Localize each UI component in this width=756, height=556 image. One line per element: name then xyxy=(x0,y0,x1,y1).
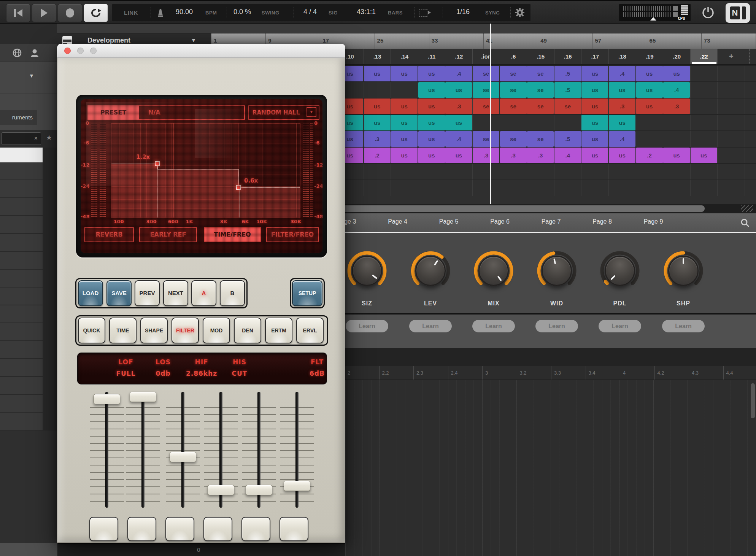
restart-button[interactable] xyxy=(6,4,30,22)
pattern-clip[interactable]: us xyxy=(636,82,663,98)
search-input[interactable]: × xyxy=(2,132,41,145)
pattern-clip[interactable]: se xyxy=(473,82,499,98)
fader-track[interactable] xyxy=(105,392,108,508)
fader-handle[interactable] xyxy=(94,394,120,404)
pattern-clip[interactable]: us xyxy=(609,148,635,163)
button-ertm[interactable]: ERTM xyxy=(265,318,292,343)
learn-button[interactable]: Learn xyxy=(662,320,705,332)
scene-cell-.16[interactable]: .16 xyxy=(554,49,581,64)
pattern-clip[interactable]: us xyxy=(391,98,418,114)
list-item[interactable] xyxy=(0,395,43,413)
fader-track[interactable] xyxy=(181,392,184,508)
time-freq-plot[interactable]: 1.2x0.6x xyxy=(111,123,300,218)
button-setup[interactable]: SETUP xyxy=(292,280,322,306)
pattern-clip[interactable]: .3 xyxy=(364,131,391,147)
page-tab-6[interactable]: Page 6 xyxy=(490,218,510,225)
pattern-clip[interactable]: se xyxy=(554,98,581,114)
pattern-clip[interactable]: us xyxy=(581,131,608,147)
pattern-clip[interactable]: us xyxy=(418,115,445,130)
pattern-clip[interactable]: us xyxy=(391,66,418,81)
pad-button-3[interactable] xyxy=(165,517,194,541)
metronome-icon[interactable] xyxy=(155,8,166,18)
scene-cell-.19[interactable]: .19 xyxy=(636,49,663,64)
pattern-clip[interactable]: us xyxy=(364,115,391,130)
fader-handle[interactable] xyxy=(246,485,272,495)
display-tab-reverb[interactable]: REVERB xyxy=(84,227,134,242)
list-item[interactable] xyxy=(0,198,43,216)
pad-button-4[interactable] xyxy=(203,517,232,541)
fader-handle[interactable] xyxy=(208,485,234,495)
display-tab-early-ref[interactable]: EARLY REF xyxy=(139,227,197,242)
fader-handle[interactable] xyxy=(284,481,310,491)
pattern-clip[interactable]: se xyxy=(500,82,527,98)
list-item[interactable] xyxy=(0,377,43,395)
pattern-clip[interactable]: us xyxy=(418,82,445,98)
knob-pdl[interactable] xyxy=(599,250,641,292)
window-titlebar[interactable] xyxy=(57,44,345,58)
button-next[interactable]: NEXT xyxy=(163,280,188,306)
knob-shp[interactable] xyxy=(662,250,704,292)
knob-wid[interactable] xyxy=(536,250,578,292)
page-tab-4[interactable]: Page 4 xyxy=(388,218,407,225)
scene-cell-.17[interactable]: .17 xyxy=(581,49,608,64)
pattern-clip[interactable]: se xyxy=(527,82,554,98)
pattern-clip[interactable]: .2 xyxy=(636,148,663,163)
browser-selected-item[interactable] xyxy=(0,148,43,162)
pattern-clip[interactable]: us xyxy=(418,98,445,114)
playhead[interactable] xyxy=(490,24,491,204)
algorithm-selector[interactable]: RANDOM HALL ▼ xyxy=(248,105,319,120)
button-b[interactable]: B xyxy=(220,280,245,306)
swing-value[interactable]: 0.0 % xyxy=(233,8,251,16)
plugin-window[interactable]: PRESET N/A RANDOM HALL ▼ 1.2x0.6x xyxy=(57,44,345,543)
button-save[interactable]: SAVE xyxy=(106,280,132,306)
ruler-bar-33[interactable]: 33 xyxy=(429,33,483,49)
pattern-clip[interactable]: us xyxy=(418,66,445,81)
pattern-clip[interactable]: us xyxy=(418,131,445,147)
close-window-icon[interactable] xyxy=(64,48,71,54)
section-name[interactable]: Development xyxy=(87,37,130,44)
pattern-clip[interactable]: us xyxy=(581,82,608,98)
ruler-bar-49[interactable]: 49 xyxy=(538,33,592,49)
list-item[interactable] xyxy=(0,413,43,431)
clear-search-icon[interactable]: × xyxy=(34,135,38,142)
follow-playhead-icon[interactable] xyxy=(419,9,427,17)
resize-grip-icon[interactable] xyxy=(741,205,753,212)
record-button[interactable] xyxy=(58,4,82,22)
knob-lev[interactable] xyxy=(410,250,451,292)
button-mod[interactable]: MOD xyxy=(203,318,230,343)
add-scene-button[interactable]: + xyxy=(717,49,745,64)
pattern-clip[interactable]: se xyxy=(500,66,527,81)
pattern-clip[interactable]: us xyxy=(581,115,608,130)
pattern-clip[interactable]: .4 xyxy=(609,66,635,81)
list-item[interactable] xyxy=(0,323,43,341)
pad-button-6[interactable] xyxy=(280,517,308,541)
pattern-clip[interactable]: se xyxy=(473,66,499,81)
display-tab-filter-freq[interactable]: FILTER/FREQ xyxy=(266,227,319,242)
ruler-bar-57[interactable]: 57 xyxy=(592,33,646,49)
settings-gear-icon[interactable] xyxy=(515,7,525,18)
pattern-clip[interactable]: .5 xyxy=(554,131,581,147)
pattern-clip[interactable]: .4 xyxy=(663,82,690,98)
volume-marker-icon[interactable] xyxy=(650,17,656,21)
vertical-scroll-thumb[interactable] xyxy=(751,383,755,418)
time-signature-value[interactable]: 4 / 4 xyxy=(303,8,317,16)
learn-button[interactable]: Learn xyxy=(472,320,515,332)
pattern-clip[interactable]: us xyxy=(391,148,418,163)
list-item[interactable] xyxy=(0,234,43,252)
scene-cell-.18[interactable]: .18 xyxy=(608,49,636,64)
learn-button[interactable]: Learn xyxy=(409,320,452,332)
pattern-clip[interactable]: us xyxy=(581,66,608,81)
pattern-clip[interactable]: us xyxy=(636,98,663,114)
pad-button-5[interactable] xyxy=(241,517,270,541)
pattern-clip[interactable]: us xyxy=(364,98,391,114)
button-filter[interactable]: FILTER xyxy=(172,318,199,343)
scene-cell-.12[interactable]: .12 xyxy=(445,49,472,64)
ruler-bar-73[interactable]: 73 xyxy=(701,33,756,49)
list-item[interactable] xyxy=(0,252,43,270)
search-icon[interactable] xyxy=(740,218,750,228)
page-tab-8[interactable]: Page 8 xyxy=(592,218,612,225)
list-item[interactable] xyxy=(0,305,43,323)
display-tab-time-freq[interactable]: TIME/FREQ xyxy=(204,227,261,242)
pattern-clip[interactable]: .3 xyxy=(609,98,635,114)
scene-cell-.6[interactable]: .6 xyxy=(500,49,527,64)
